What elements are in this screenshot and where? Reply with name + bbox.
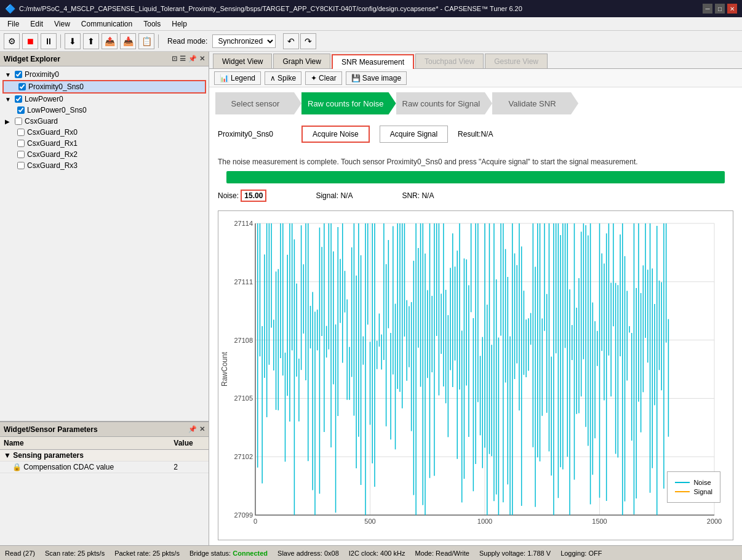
step-raw-counts-noise-box: Raw counts for Noise — [301, 92, 396, 114]
step-raw-counts-signal-box: Raw counts for Signal — [396, 92, 492, 114]
snr-steps: Select sensor Raw counts for Noise Raw c… — [209, 87, 742, 119]
tab-widget-view[interactable]: Widget View — [213, 54, 272, 68]
tree-item-csxguard-rx1[interactable]: CsxGuard_Rx1 — [2, 138, 206, 149]
lowpower0-checkbox[interactable] — [15, 95, 22, 103]
tab-touchpad-view[interactable]: Touchpad View — [415, 54, 484, 68]
legend-button[interactable]: 📊 Legend — [214, 71, 261, 85]
lowpower0-label: LowPower0 — [25, 95, 63, 103]
menu-communication[interactable]: Communication — [76, 18, 137, 30]
settings-button[interactable]: ⚙ — [4, 33, 20, 49]
spike-button[interactable]: ∧ Spike — [265, 71, 301, 85]
step-raw-counts-noise: Raw counts for Noise — [301, 92, 396, 114]
csxguard-rx0-checkbox[interactable] — [17, 129, 25, 136]
step-validate-snr: Validate SNR — [492, 92, 578, 114]
proximity0-checkbox[interactable] — [15, 71, 22, 78]
header-icons: ⊡ ☰ 📌 ✕ — [172, 55, 205, 63]
tree-item-csxguard-rx2[interactable]: CsxGuard_Rx2 — [2, 149, 206, 160]
csxguard-checkbox[interactable] — [15, 118, 22, 125]
csxguard-rx3-checkbox[interactable] — [17, 162, 25, 169]
tree-item-csxguard[interactable]: ▶ CsxGuard — [2, 116, 206, 127]
undo-redo-group: ↶ ↷ — [283, 33, 316, 49]
save-icon: 💾 — [351, 74, 361, 82]
pin-icon[interactable]: 📌 — [188, 55, 197, 63]
snr-stat: SNR: N/A — [402, 191, 434, 200]
maximize-button[interactable]: □ — [715, 4, 725, 14]
main-layout: Widget Explorer ⊡ ☰ 📌 ✕ ▼ Proximity0 — [0, 52, 742, 545]
tab-graph-view[interactable]: Graph View — [273, 54, 330, 68]
clear-icon: ✦ — [311, 74, 317, 82]
status-logging: Logging: OFF — [560, 550, 602, 557]
step-validate-snr-label: Validate SNR — [508, 99, 556, 108]
menu-bar: File Edit View Communication Tools Help — [0, 17, 742, 31]
toolbar2: 📊 Legend ∧ Spike ✦ Clear 💾 Save image — [209, 69, 742, 87]
widget-explorer-header: Widget Explorer ⊡ ☰ 📌 ✕ — [0, 52, 209, 66]
tree-item-proximity0[interactable]: ▼ Proximity0 — [2, 69, 206, 80]
close-button[interactable]: ✕ — [727, 4, 737, 14]
tree-item-proximity0-sns0[interactable]: Proximity0_Sns0 — [2, 80, 206, 94]
stop-button[interactable]: ⏹ — [22, 33, 38, 49]
save-image-button[interactable]: 💾 Save image — [346, 71, 407, 85]
status-bridge-value: Connected — [233, 550, 268, 557]
chevron-icon3: ▶ — [5, 118, 12, 125]
csxguard-rx2-checkbox[interactable] — [17, 151, 25, 158]
legend-noise-row: Noise — [675, 479, 712, 486]
minimize-button[interactable]: ─ — [703, 4, 712, 14]
explorer-icon2[interactable]: ☰ — [180, 55, 186, 63]
noise-label: Noise: — [218, 191, 239, 200]
title-bar: 🔷 C:/mtw/PSoC_4_MSCLP_CAPSENSE_Liquid_To… — [0, 0, 742, 17]
menu-file[interactable]: File — [2, 18, 24, 30]
sensor-name-display: Proximity0_Sns0 — [218, 130, 292, 138]
status-packet-rate: Packet rate: 25 pkts/s — [114, 550, 180, 557]
undo-button[interactable]: ↶ — [283, 33, 299, 49]
menu-tools[interactable]: Tools — [138, 18, 166, 30]
acquire-signal-button[interactable]: Acquire Signal — [380, 126, 448, 143]
result-label: Result:N/A — [458, 130, 493, 138]
params-cdac-value: 2 — [170, 462, 209, 473]
tree-item-lowpower0-sns0[interactable]: LowPower0_Sns0 — [2, 105, 206, 116]
tab-gesture-view[interactable]: Gesture View — [485, 54, 548, 68]
import-button[interactable]: 📥 — [120, 33, 136, 49]
tree-item-csxguard-rx3[interactable]: CsxGuard_Rx3 — [2, 160, 206, 171]
step-select-sensor-label: Select sensor — [231, 99, 280, 108]
tab-bar: Widget View Graph View SNR Measurement T… — [209, 52, 742, 69]
tree-item-lowpower0[interactable]: ▼ LowPower0 — [2, 94, 206, 105]
params-close-icon[interactable]: ✕ — [199, 425, 205, 433]
upload-button[interactable]: ⬆ — [83, 33, 99, 49]
step-select-sensor: Select sensor — [215, 92, 301, 114]
close-panel-icon[interactable]: ✕ — [199, 55, 205, 63]
tab-snr-measurement[interactable]: SNR Measurement — [332, 54, 414, 69]
download-button[interactable]: ⬇ — [65, 33, 81, 49]
params-row-cdac: 🔒 Compensation CDAC value 2 — [0, 462, 209, 473]
params-pin-icon[interactable]: 📌 — [188, 425, 197, 433]
menu-help[interactable]: Help — [167, 18, 192, 30]
params-header-icons: 📌 ✕ — [188, 425, 205, 433]
legend-signal-row: Signal — [675, 488, 712, 495]
left-panel: Widget Explorer ⊡ ☰ 📌 ✕ ▼ Proximity0 — [0, 52, 209, 545]
step-raw-counts-signal: Raw counts for Signal — [396, 92, 492, 114]
pause-button[interactable]: ⏸ — [41, 33, 57, 49]
explorer-icon1[interactable]: ⊡ — [172, 55, 177, 63]
export-button[interactable]: 📤 — [102, 33, 118, 49]
acquire-noise-button[interactable]: Acquire Noise — [301, 126, 370, 143]
lowpower0-sns0-label: LowPower0_Sns0 — [27, 106, 87, 114]
clear-button[interactable]: ✦ Clear — [305, 71, 342, 85]
chart-container: Noise Signal — [209, 206, 742, 545]
tree-item-csxguard-rx0[interactable]: CsxGuard_Rx0 — [2, 127, 206, 138]
csxguard-rx1-checkbox[interactable] — [17, 140, 25, 147]
chart-inner: Noise Signal — [218, 210, 733, 540]
redo-button[interactable]: ↷ — [300, 33, 316, 49]
csxguard-rx0-label: CsxGuard_Rx0 — [27, 128, 78, 137]
params-table: Name Value ▼ Sensing parameters 🔒 Compen… — [0, 437, 209, 473]
sensor-params-header: Widget/Sensor Parameters 📌 ✕ — [0, 422, 209, 437]
read-mode-select[interactable]: Synchronized Continuous — [212, 34, 276, 48]
menu-edit[interactable]: Edit — [25, 18, 48, 30]
status-scan-rate: Scan rate: 25 pkts/s — [45, 550, 105, 557]
proximity0-sns0-checkbox[interactable] — [18, 83, 26, 90]
menu-view[interactable]: View — [49, 18, 75, 30]
lowpower0-sns0-checkbox[interactable] — [17, 106, 25, 114]
chevron-down-icon: ▼ — [4, 451, 13, 460]
proximity0-label: Proximity0 — [25, 70, 59, 79]
report-button[interactable]: 📋 — [138, 33, 154, 49]
legend-signal-color — [675, 491, 690, 492]
params-cdac-name: 🔒 Compensation CDAC value — [0, 462, 170, 473]
